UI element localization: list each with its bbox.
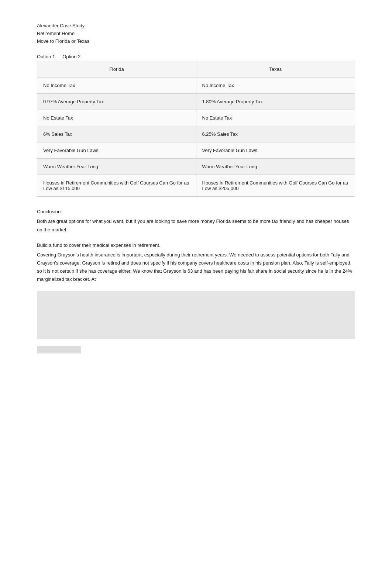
table-cell-col1: Warm Weather Year Long — [37, 159, 196, 175]
table-row: Warm Weather Year LongWarm Weather Year … — [37, 159, 355, 175]
table-row: Very Favorable Gun LawsVery Favorable Gu… — [37, 142, 355, 159]
options-label: Option 1 Option 2 — [37, 54, 355, 59]
conclusion-label: Conclusion: — [37, 208, 355, 216]
table-cell-col2: 1.80% Average Property Tax — [196, 94, 355, 110]
table-cell-col1: No Income Tax — [37, 77, 196, 94]
conclusion-section: Conclusion: Both are great options for w… — [37, 208, 355, 234]
table-cell-col1: No Estate Tax — [37, 110, 196, 126]
table-cell-col1: 0.97% Average Property Tax — [37, 94, 196, 110]
table-row: 0.97% Average Property Tax1.80% Average … — [37, 94, 355, 110]
table-row: Houses in Retirement Communities with Go… — [37, 175, 355, 197]
comparison-table: Florida Texas No Income TaxNo Income Tax… — [37, 61, 355, 197]
table-cell-col2: 6.25% Sales Tax — [196, 126, 355, 142]
medical-body: Covering Grayson's health insurance is i… — [37, 251, 355, 283]
header-line2: Retirement Home: — [37, 30, 355, 38]
table-cell-col1: 6% Sales Tax — [37, 126, 196, 142]
header-line3: Move to Florida or Texas — [37, 38, 355, 45]
table-cell-col2: Houses in Retirement Communities with Go… — [196, 175, 355, 197]
conclusion-text: Both are great options for what you want… — [37, 217, 355, 234]
option2-tab[interactable]: Option 2 — [62, 54, 80, 59]
table-cell-col2: No Income Tax — [196, 77, 355, 94]
blurred-content — [37, 291, 355, 339]
option1-tab[interactable]: Option 1 — [37, 54, 55, 59]
header-line1: Alexander Case Study — [37, 22, 355, 30]
blurred-footer — [37, 346, 81, 353]
header-section: Alexander Case Study Retirement Home: Mo… — [37, 22, 355, 45]
table-cell-col2: No Estate Tax — [196, 110, 355, 126]
col2-header: Texas — [196, 61, 355, 77]
col1-header: Florida — [37, 61, 196, 77]
table-cell-col2: Very Favorable Gun Laws — [196, 142, 355, 159]
table-row: 6% Sales Tax6.25% Sales Tax — [37, 126, 355, 142]
table-row: No Estate TaxNo Estate Tax — [37, 110, 355, 126]
medical-heading: Build a fund to cover their medical expe… — [37, 241, 355, 249]
table-cell-col1: Very Favorable Gun Laws — [37, 142, 196, 159]
medical-section: Build a fund to cover their medical expe… — [37, 241, 355, 283]
table-cell-col1: Houses in Retirement Communities with Go… — [37, 175, 196, 197]
table-cell-col2: Warm Weather Year Long — [196, 159, 355, 175]
table-row: No Income TaxNo Income Tax — [37, 77, 355, 94]
